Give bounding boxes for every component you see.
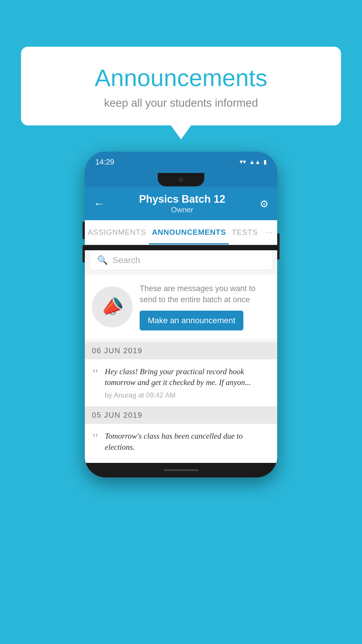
status-icons: ▾▾ ▲▲ ▮: [240, 158, 267, 166]
app-header: ← Physics Batch 12 Owner ⚙: [85, 187, 277, 220]
announcement-text-2: Tomorrow's class has been cancelled due …: [105, 431, 270, 453]
tab-announcements[interactable]: ANNOUNCEMENTS: [149, 220, 229, 244]
batch-role: Owner: [105, 205, 260, 214]
announcement-meta-1: by Anurag at 09:42 AM: [105, 391, 270, 399]
tab-tests[interactable]: TESTS: [229, 220, 261, 244]
search-icon: 🔍: [97, 255, 108, 265]
side-button-power: [277, 233, 280, 260]
notch: [158, 173, 204, 186]
batch-title: Physics Batch 12: [105, 193, 260, 205]
bubble-title: Announcements: [38, 64, 324, 92]
megaphone-icon: 📣: [98, 293, 126, 320]
side-button-volume-up: [82, 222, 85, 239]
search-bar[interactable]: 🔍 Search: [90, 250, 272, 270]
quote-icon-1: ": [92, 368, 99, 380]
back-button[interactable]: ←: [94, 197, 105, 210]
make-announcement-button[interactable]: Make an announcement: [140, 311, 243, 330]
bubble-subtitle: keep all your students informed: [38, 97, 324, 109]
quote-icon-2: ": [92, 432, 99, 445]
date-separator-2: 05 JUN 2019: [85, 407, 277, 424]
phone-wrapper: 14:29 ▾▾ ▲▲ ▮ ← Physics Batch 12 Owner: [85, 152, 277, 477]
speech-bubble: Announcements keep all your students inf…: [21, 47, 341, 125]
notch-area: [85, 172, 277, 187]
speech-bubble-container: Announcements keep all your students inf…: [21, 47, 341, 125]
announcement-item-1[interactable]: " Hey class! Bring your practical record…: [85, 359, 277, 407]
battery-icon: ▮: [263, 158, 267, 165]
tab-assignments[interactable]: ASSIGNMENTS: [85, 220, 149, 244]
promo-card: 📣 These are messages you want to send to…: [85, 275, 277, 339]
tabs-container: ASSIGNMENTS ANNOUNCEMENTS TESTS ···: [85, 220, 277, 245]
announcement-content-1: Hey class! Bring your practical record b…: [105, 366, 270, 400]
wifi-icon: ▾▾: [240, 158, 246, 166]
promo-icon-circle: 📣: [92, 286, 133, 327]
phone-container: 14:29 ▾▾ ▲▲ ▮ ← Physics Batch 12 Owner: [85, 152, 277, 477]
search-placeholder: Search: [113, 255, 140, 265]
tab-more[interactable]: ···: [261, 220, 277, 244]
phone-outer: 14:29 ▾▾ ▲▲ ▮ ← Physics Batch 12 Owner: [85, 152, 277, 477]
status-time: 14:29: [95, 158, 114, 167]
promo-description: These are messages you want to send to t…: [140, 283, 270, 305]
side-button-volume-down: [82, 245, 85, 262]
phone-bottom-bar: [85, 463, 277, 477]
announcement-text-1: Hey class! Bring your practical record b…: [105, 366, 270, 388]
date-separator-1: 06 JUN 2019: [85, 342, 277, 359]
promo-content: These are messages you want to send to t…: [140, 283, 270, 330]
status-bar: 14:29 ▾▾ ▲▲ ▮: [85, 152, 277, 172]
front-camera: [179, 177, 183, 182]
announcement-item-2[interactable]: " Tomorrow's class has been cancelled du…: [85, 424, 277, 463]
header-center: Physics Batch 12 Owner: [105, 193, 260, 214]
content-area: 🔍 Search 📣 These are messages you want t…: [85, 250, 277, 463]
announcement-content-2: Tomorrow's class has been cancelled due …: [105, 431, 270, 456]
home-indicator: [164, 469, 198, 471]
signal-icon: ▲▲: [249, 159, 261, 165]
settings-button[interactable]: ⚙: [260, 198, 268, 210]
